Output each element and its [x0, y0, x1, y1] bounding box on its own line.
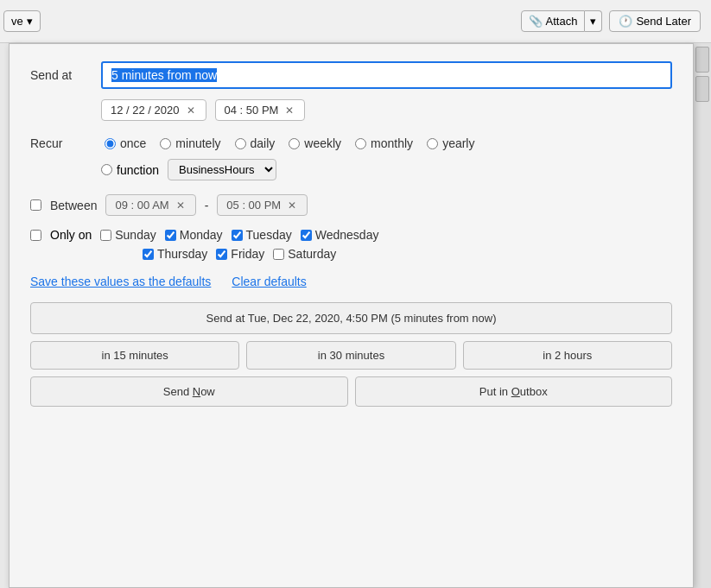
day-friday-option[interactable]: Friday [216, 247, 264, 261]
send-now-label: Send Now [163, 385, 215, 398]
date-time-row: 12 / 22 / 2020 ✕ 04 : 50 PM ✕ [101, 99, 672, 121]
recur-minutely-radio[interactable] [160, 138, 171, 149]
in-30-minutes-label: in 30 minutes [318, 349, 384, 362]
put-in-outbox-button[interactable]: Put in Outbox [355, 376, 673, 407]
date-clear-button[interactable]: ✕ [185, 104, 197, 117]
day-thursday-label: Thursday [157, 247, 207, 261]
recur-minutely-label: minutely [175, 136, 220, 150]
day-sunday-label: Sunday [115, 228, 156, 242]
recur-function-option[interactable]: function [101, 163, 159, 177]
save-defaults-button[interactable]: Save these values as the defaults [30, 275, 211, 288]
day-monday-checkbox[interactable] [165, 230, 176, 241]
send-at-input[interactable] [101, 61, 672, 89]
function-select[interactable]: BusinessHours [168, 159, 276, 180]
attach-button[interactable]: 📎 Attach [521, 10, 586, 32]
save-dropdown-button[interactable]: ve ▾ [3, 10, 41, 32]
between-end-pill: 05 : 00 PM ✕ [217, 194, 308, 216]
between-end-clear[interactable]: ✕ [286, 199, 298, 212]
day-wednesday-option[interactable]: Wednesday [301, 228, 379, 242]
recur-daily-option[interactable]: daily [235, 136, 276, 150]
summary-button[interactable]: Send at Tue, Dec 22, 2020, 4:50 PM (5 mi… [30, 302, 672, 334]
day-thursday-option[interactable]: Thursday [143, 247, 207, 261]
time-value: 04 : 50 PM [225, 104, 279, 117]
top-bar: ve ▾ 📎 Attach ▾ 🕐 Send Later [0, 0, 711, 43]
in-2-hours-button[interactable]: in 2 hours [463, 341, 672, 370]
recur-once-option[interactable]: once [105, 136, 146, 150]
only-on-label: Only on [50, 228, 92, 242]
recur-section: Recur once minutely daily weekly [30, 136, 672, 180]
save-dropdown-arrow: ▾ [27, 15, 33, 28]
main-content: Send at 12 / 22 / 2020 ✕ 04 : 50 PM ✕ Re… [0, 43, 711, 588]
between-separator: - [205, 199, 209, 212]
only-on-row: Only on Sunday Monday Tuesday Wednesday [30, 228, 672, 242]
time-clear-button[interactable]: ✕ [283, 104, 295, 117]
recur-yearly-radio[interactable] [427, 138, 438, 149]
time-pill: 04 : 50 PM ✕ [215, 99, 306, 121]
day-friday-label: Friday [231, 247, 264, 261]
date-pill: 12 / 22 / 2020 ✕ [101, 99, 206, 121]
clear-defaults-button[interactable]: Clear defaults [232, 275, 306, 288]
put-in-outbox-label: Put in Outbox [479, 385, 548, 398]
in-15-minutes-label: in 15 minutes [102, 349, 168, 362]
day-friday-checkbox[interactable] [216, 249, 227, 260]
in-30-minutes-button[interactable]: in 30 minutes [246, 341, 455, 370]
day-wednesday-label: Wednesday [315, 228, 379, 242]
only-on-checkbox[interactable] [30, 230, 41, 241]
clock-icon: 🕐 [619, 15, 632, 28]
between-start-clear[interactable]: ✕ [175, 199, 187, 212]
day-monday-label: Monday [180, 228, 223, 242]
between-end-time: 05 : 00 PM [226, 199, 281, 212]
recur-row: Recur once minutely daily weekly [30, 136, 672, 150]
day-tuesday-label: Tuesday [246, 228, 292, 242]
day-tuesday-checkbox[interactable] [232, 230, 243, 241]
recur-daily-label: daily [251, 136, 276, 150]
day-saturday-label: Saturday [288, 247, 336, 261]
day-sunday-checkbox[interactable] [100, 230, 111, 241]
day-tuesday-option[interactable]: Tuesday [232, 228, 292, 242]
only-on-row2: Thursday Friday Saturday [143, 247, 672, 261]
send-later-button[interactable]: 🕐 Send Later [609, 10, 701, 32]
recur-weekly-label: weekly [304, 136, 341, 150]
day-wednesday-checkbox[interactable] [301, 230, 312, 241]
send-later-label: Send Later [636, 15, 691, 28]
in-2-hours-label: in 2 hours [543, 349, 592, 362]
day-saturday-checkbox[interactable] [273, 249, 284, 260]
recur-daily-radio[interactable] [235, 138, 246, 149]
attach-label: Attach [546, 15, 578, 28]
in-15-minutes-button[interactable]: in 15 minutes [30, 341, 239, 370]
between-label: Between [50, 199, 97, 212]
top-bar-left: ve ▾ [0, 0, 41, 42]
day-sunday-option[interactable]: Sunday [100, 228, 156, 242]
recur-yearly-label: yearly [442, 136, 474, 150]
recur-monthly-option[interactable]: monthly [355, 136, 413, 150]
paperclip-icon: 📎 [529, 15, 543, 28]
attach-group: 📎 Attach ▾ [521, 10, 603, 32]
attach-dropdown-button[interactable]: ▾ [585, 10, 602, 32]
send-at-label: Send at [30, 68, 91, 82]
recur-weekly-option[interactable]: weekly [289, 136, 341, 150]
action-buttons-row: Send Now Put in Outbox [30, 376, 672, 407]
send-now-button[interactable]: Send Now [30, 376, 348, 407]
recur-yearly-option[interactable]: yearly [427, 136, 474, 150]
recur-weekly-radio[interactable] [289, 138, 300, 149]
attach-dropdown-arrow: ▾ [590, 15, 596, 28]
between-checkbox[interactable] [30, 199, 41, 211]
right-panel-button-1[interactable] [695, 47, 709, 73]
dialog: Send at 12 / 22 / 2020 ✕ 04 : 50 PM ✕ Re… [9, 43, 694, 588]
quick-buttons-row: in 15 minutes in 30 minutes in 2 hours [30, 341, 672, 370]
recur-monthly-radio[interactable] [355, 138, 366, 149]
send-at-row: Send at [30, 61, 672, 89]
recur-label: Recur [30, 136, 91, 150]
between-row: Between 09 : 00 AM ✕ - 05 : 00 PM ✕ [30, 194, 672, 216]
day-saturday-option[interactable]: Saturday [273, 247, 336, 261]
between-start-time: 09 : 00 AM [115, 199, 168, 212]
day-monday-option[interactable]: Monday [165, 228, 223, 242]
recur-once-radio[interactable] [105, 138, 116, 149]
function-row: function BusinessHours [101, 159, 672, 180]
recur-minutely-option[interactable]: minutely [160, 136, 220, 150]
day-thursday-checkbox[interactable] [143, 249, 154, 260]
recur-function-radio[interactable] [101, 164, 112, 175]
recur-monthly-label: monthly [371, 136, 413, 150]
right-panel-button-2[interactable] [695, 76, 709, 102]
right-panel [694, 43, 711, 588]
